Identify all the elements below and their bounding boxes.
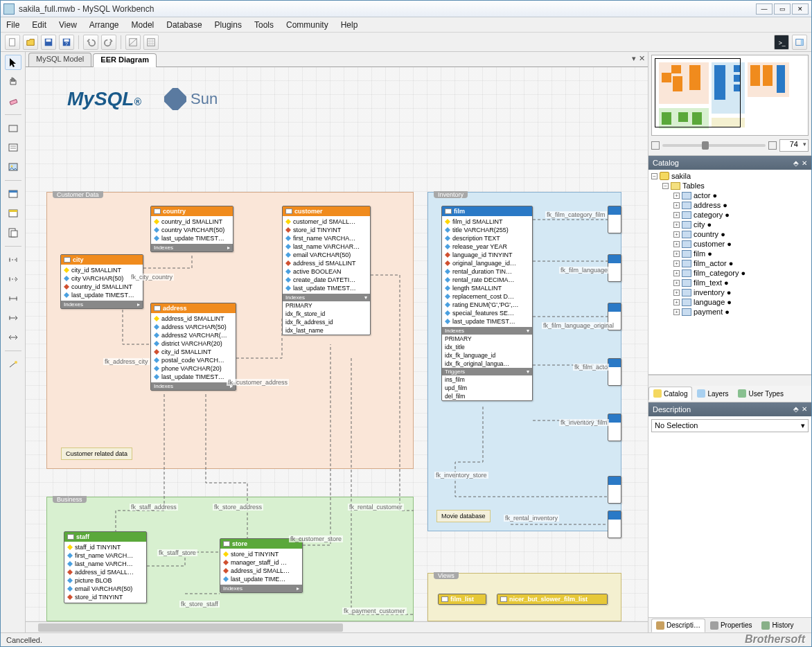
redo-button[interactable] (101, 35, 116, 50)
menu-model[interactable]: Model (132, 20, 155, 30)
tab-mysql-model[interactable]: MySQL Model (28, 53, 91, 67)
save-as-button[interactable]: ? (59, 35, 74, 50)
svg-text:?: ? (65, 42, 68, 46)
new-file-button[interactable] (5, 35, 20, 50)
fk-label: fk_inventory_store (434, 472, 488, 479)
zoom-out-icon[interactable] (651, 141, 660, 150)
image-tool[interactable] (5, 159, 21, 175)
table-customer[interactable]: customer customer_id SMALL… store_id TIN… (282, 206, 371, 335)
catalog-table-item[interactable]: +film ● (648, 249, 811, 258)
console-button[interactable]: >_ (774, 35, 789, 50)
catalog-table-item[interactable]: +film_actor ● (648, 258, 811, 268)
pin-icon[interactable]: ⬘ (793, 405, 799, 413)
relation-1-1-tool[interactable] (5, 291, 21, 306)
canvas-scrollbar-horizontal[interactable] (26, 621, 648, 632)
table-city[interactable]: city city_id SMALLINT city VARCHAR(50) c… (60, 254, 143, 309)
menu-plugins[interactable]: Plugins (215, 20, 242, 30)
eraser-tool[interactable] (5, 94, 21, 109)
panel-tab-catalog[interactable]: Catalog (648, 387, 692, 400)
relation-1-n-tool[interactable] (5, 310, 21, 326)
pointer-tool[interactable] (5, 55, 21, 70)
table-tool[interactable] (5, 186, 21, 202)
tab-close-icon[interactable]: ✕ (639, 54, 645, 63)
zoom-value[interactable]: 74 (779, 139, 809, 152)
menu-tools[interactable]: Tools (254, 20, 274, 30)
snap-toggle-button[interactable] (143, 35, 159, 50)
catalog-table-item[interactable]: +film_text ● (648, 278, 811, 287)
grid-toggle-button[interactable] (125, 35, 141, 50)
pin-icon[interactable]: ⬘ (793, 159, 799, 167)
panel-tab-layers[interactable]: Layers (692, 387, 733, 400)
catalog-table-item[interactable]: +inventory ● (648, 287, 811, 297)
view-film-list[interactable]: film_list (438, 594, 486, 605)
table-country[interactable]: country country_id SMALLINT country VARC… (150, 206, 233, 252)
zoom-in-icon[interactable] (768, 141, 777, 150)
menu-edit[interactable]: Edit (32, 20, 46, 30)
panel-close-icon[interactable]: ✕ (802, 159, 807, 167)
note-tool[interactable] (5, 140, 21, 155)
table-partial-6[interactable] (608, 476, 621, 504)
catalog-table-item[interactable]: +city ● (648, 220, 811, 229)
selection-dropdown[interactable]: No Selection▾ (651, 419, 809, 432)
svg-rect-11 (801, 39, 804, 45)
catalog-table-item[interactable]: +actor ● (648, 190, 811, 200)
catalog-scrollbar[interactable] (648, 375, 811, 386)
bottom-tab-history[interactable]: History (757, 619, 798, 632)
catalog-table-item[interactable]: +film_category ● (648, 268, 811, 278)
minimize-button[interactable]: — (756, 3, 773, 15)
catalog-table-item[interactable]: +customer ● (648, 239, 811, 249)
table-staff[interactable]: staff staff_id TINYINT first_name VARCH…… (64, 531, 147, 603)
panel-tab-usertypes[interactable]: User Types (733, 387, 788, 400)
table-partial-4[interactable] (608, 358, 621, 386)
panel-close-icon[interactable]: ✕ (802, 405, 807, 413)
open-file-button[interactable] (23, 35, 38, 50)
svg-line-7 (130, 38, 137, 45)
fk-label: fk_customer_address (227, 379, 289, 386)
table-store[interactable]: store store_id TINYINT manager_staff_id … (220, 538, 303, 593)
table-partial-2[interactable] (608, 254, 621, 282)
routine-tool[interactable] (5, 225, 21, 240)
menu-view[interactable]: View (59, 20, 77, 30)
navigator-panel: 74 (648, 52, 811, 156)
layer-tool[interactable] (5, 121, 21, 136)
layer-note: Customer related data (61, 447, 132, 460)
catalog-tree[interactable]: −sakila −Tables +actor ●+address ●+categ… (648, 170, 811, 375)
maximize-button[interactable]: ▭ (774, 3, 791, 15)
menu-database[interactable]: Database (166, 20, 202, 30)
table-partial-7[interactable] (608, 511, 621, 538)
table-film[interactable]: film film_id SMALLINT title VARCHAR(255)… (441, 206, 533, 401)
bottom-tab-properties[interactable]: Properties (705, 619, 757, 632)
view-tool[interactable] (5, 206, 21, 221)
svg-text:>_: >_ (779, 39, 786, 46)
fk-label: fk_address_city (103, 358, 150, 365)
table-partial-5[interactable] (608, 414, 621, 441)
catalog-table-item[interactable]: +payment ● (648, 307, 811, 317)
diagram-canvas[interactable]: MySQL® Sun Customer Data Customer relate… (26, 67, 648, 632)
table-address[interactable]: address address_id SMALLINT address VARC… (150, 303, 236, 391)
relation-n-m-tool[interactable] (5, 330, 21, 345)
menu-file[interactable]: File (6, 20, 19, 30)
undo-button[interactable] (83, 35, 98, 50)
save-button[interactable] (41, 35, 56, 50)
navigator-preview[interactable] (651, 55, 809, 136)
menu-community[interactable]: Community (286, 20, 328, 30)
bottom-tab-description[interactable]: Descripti… (651, 619, 705, 632)
tab-dropdown-icon[interactable]: ▾ (632, 54, 636, 63)
fk-label: fk_inventory_film (559, 419, 609, 426)
view-nicer-film-list[interactable]: nicer_but_slower_film_list (497, 594, 608, 605)
catalog-table-item[interactable]: +address ● (648, 200, 811, 210)
relation-existing-tool[interactable] (5, 357, 21, 372)
zoom-slider[interactable] (662, 144, 766, 147)
tab-eer-diagram[interactable]: EER Diagram (93, 53, 157, 67)
relation-1-1-non-tool[interactable] (5, 252, 21, 267)
table-partial-1[interactable] (608, 206, 621, 233)
sidebar-toggle-button[interactable] (792, 35, 807, 50)
hand-tool[interactable] (5, 74, 21, 89)
catalog-table-item[interactable]: +category ● (648, 210, 811, 220)
catalog-table-item[interactable]: +country ● (648, 229, 811, 239)
close-button[interactable]: ✕ (792, 3, 809, 15)
relation-1-n-non-tool[interactable] (5, 272, 21, 287)
menu-help[interactable]: Help (341, 20, 358, 30)
catalog-table-item[interactable]: +language ● (648, 297, 811, 307)
menu-arrange[interactable]: Arrange (89, 20, 119, 30)
